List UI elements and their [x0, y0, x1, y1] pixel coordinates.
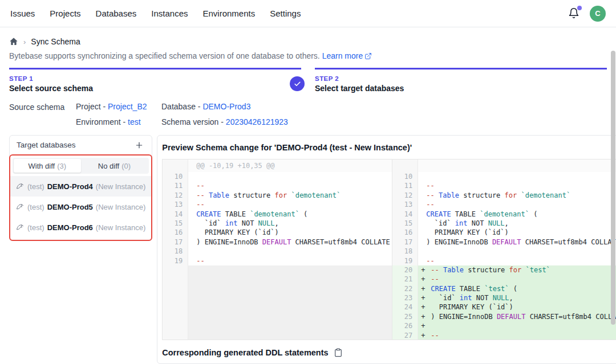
code-text: ) ENGINE=InnoDB DEFAULT CHARSET=utf8mb4 …: [188, 238, 392, 247]
field-value-link[interactable]: test: [128, 117, 141, 126]
tab-label: With diff: [29, 162, 55, 170]
nav-item[interactable]: Instances: [151, 9, 188, 18]
diff-line: 21 +--: [392, 275, 616, 284]
line-number: 14: [163, 210, 188, 219]
page-scrollbar[interactable]: [611, 51, 615, 325]
diff-line: 10: [163, 172, 392, 181]
code-text: --: [418, 200, 616, 209]
diff-line: 14 CREATE TABLE `demotenant` (: [392, 210, 616, 219]
nav-item[interactable]: Projects: [50, 9, 80, 18]
line-number: 13: [392, 200, 418, 209]
diff-pane-original[interactable]: @@ -10,19 +10,35 @@ 10 11 -- 12 -- Table…: [163, 159, 392, 340]
code-text: +) ENGINE=InnoDB DEFAULT CHARSET=utf8mb4…: [418, 312, 616, 321]
diff-filter-tabs: With diff (3) No diff (0): [13, 158, 149, 174]
nav-item[interactable]: Environments: [202, 9, 255, 18]
tab-count: (0): [121, 162, 131, 170]
code-text: ) ENGINE=InnoDB DEFAULT CHARSET=utf8mb4 …: [418, 238, 616, 247]
code-text: `id` int NOT NULL,: [188, 219, 392, 228]
target-databases-header: Target databases: [10, 136, 152, 154]
plus-icon: [135, 141, 144, 150]
home-icon[interactable]: [9, 37, 18, 46]
schema-preview-panel: Preview Schema change for 'DEMO-Prod4 (t…: [157, 135, 616, 364]
target-database-item[interactable]: (test) DEMO-Prod6 (New Instance): [10, 217, 151, 238]
diff-filter-tab[interactable]: With diff (3): [14, 159, 81, 173]
field-value-link[interactable]: DEMO-Prod3: [202, 102, 250, 111]
add-target-database-button[interactable]: [133, 140, 145, 151]
preview-title: Preview Schema change for 'DEMO-Prod4 (t…: [162, 143, 616, 152]
database-environment: (test): [27, 203, 44, 211]
gutter-header: [163, 159, 188, 172]
source-schema-fields: Project - Project_B2 Database - DEMO-Pro…: [76, 102, 288, 126]
database-instance-suffix: (New Instance): [96, 182, 145, 191]
code-text: CREATE TABLE `demotenant` (: [418, 210, 616, 219]
diff-line: 16 PRIMARY KEY (`id`): [392, 228, 616, 237]
copy-ddl-button[interactable]: [334, 348, 343, 357]
avatar[interactable]: C: [590, 6, 606, 22]
clipboard-icon: [334, 348, 343, 357]
line-number: 10: [163, 172, 188, 181]
code-text: -- Table structure for `demotenant`: [188, 191, 392, 200]
diff-line: 12 -- Table structure for `demotenant`: [163, 191, 392, 200]
code-text: +--: [418, 331, 616, 340]
learn-more-link[interactable]: Learn more: [322, 51, 372, 60]
diff-line: 25 +) ENGINE=InnoDB DEFAULT CHARSET=utf8…: [392, 312, 616, 321]
source-schema-field: Database - DEMO-Prod3: [161, 102, 288, 111]
line-number: 19: [163, 256, 188, 265]
code-text: PRIMARY KEY (`id`): [188, 228, 392, 237]
field-value-link[interactable]: Project_B2: [108, 102, 147, 111]
nav-item[interactable]: Databases: [96, 9, 137, 18]
nav-item[interactable]: Issues: [10, 9, 35, 18]
diff-line: 27 +--: [392, 331, 616, 340]
main-nav: IssuesProjectsDatabasesInstancesEnvironm…: [10, 9, 301, 18]
description-text: Bytebase supports synchronizing a specif…: [9, 51, 320, 60]
tab-label: No diff: [98, 162, 119, 170]
source-schema-field: Environment - test: [76, 117, 161, 126]
diff-line: 17 ) ENGINE=InnoDB DEFAULT CHARSET=utf8m…: [163, 238, 392, 247]
nav-item[interactable]: Settings: [270, 9, 301, 18]
step-indicator: STEP 1 Select source schema STEP 2 Selec…: [9, 68, 607, 93]
code-text: [188, 247, 392, 256]
target-databases-title: Target databases: [17, 141, 76, 149]
line-number: 19: [392, 256, 418, 265]
chevron-right-icon: ›: [23, 38, 26, 46]
notification-bell-button[interactable]: [568, 7, 581, 20]
source-schema-field: Project - Project_B2: [76, 102, 161, 111]
target-database-item[interactable]: (test) DEMO-Prod5 (New Instance): [10, 197, 151, 217]
database-instance-suffix: (New Instance): [96, 223, 145, 232]
line-number: 11: [392, 181, 418, 190]
diff-line: 16 PRIMARY KEY (`id`): [163, 228, 392, 237]
line-number: 17: [392, 238, 418, 247]
target-database-item[interactable]: (test) DEMO-Prod4 (New Instance): [10, 176, 151, 197]
code-text: [188, 172, 392, 181]
source-schema-field: Schema version - 20230426121923: [161, 117, 288, 126]
nav-right: C: [568, 6, 606, 22]
step-1-label: STEP 1: [9, 75, 301, 82]
target-database-list: (test) DEMO-Prod4 (New Instance) (test) …: [10, 176, 151, 240]
ddl-title: Corresponding generated DDL statements: [162, 348, 328, 357]
code-text: CREATE TABLE `demotenant` (: [188, 210, 392, 219]
step-2: STEP 2 Select target databases: [315, 68, 607, 93]
diff-line: 18: [163, 247, 392, 256]
line-number: 20: [392, 265, 418, 275]
code-text: +: [418, 321, 616, 330]
mysql-icon: [16, 223, 25, 232]
code-text: + PRIMARY KEY (`id`): [418, 302, 616, 312]
tab-count: (3): [57, 162, 66, 170]
code-text: [418, 247, 616, 256]
step-1-progress-bar: [9, 68, 301, 69]
field-value-link[interactable]: 20230426121923: [226, 117, 288, 126]
diff-line: 23 + `id` int NOT NULL,: [392, 293, 616, 302]
diff-pane-modified[interactable]: 10 11 -- 12 -- Table structure for `demo…: [392, 159, 616, 340]
line-number: 14: [392, 210, 418, 219]
diff-line: 11 --: [163, 181, 392, 190]
mysql-icon: [16, 203, 25, 211]
line-number: 22: [392, 284, 418, 293]
code-text: + `id` int NOT NULL,: [418, 293, 616, 302]
target-databases-highlighted-area: With diff (3) No diff (0): [9, 154, 152, 241]
diff-filter-tab[interactable]: No diff (0): [81, 159, 148, 173]
field-name: Project: [76, 102, 101, 111]
diff-line: 15 `id` int NOT NULL,: [163, 219, 392, 228]
line-number: 16: [392, 228, 418, 237]
line-number: 24: [392, 302, 418, 312]
code-text: -- Table structure for `demotenant`: [418, 191, 616, 200]
